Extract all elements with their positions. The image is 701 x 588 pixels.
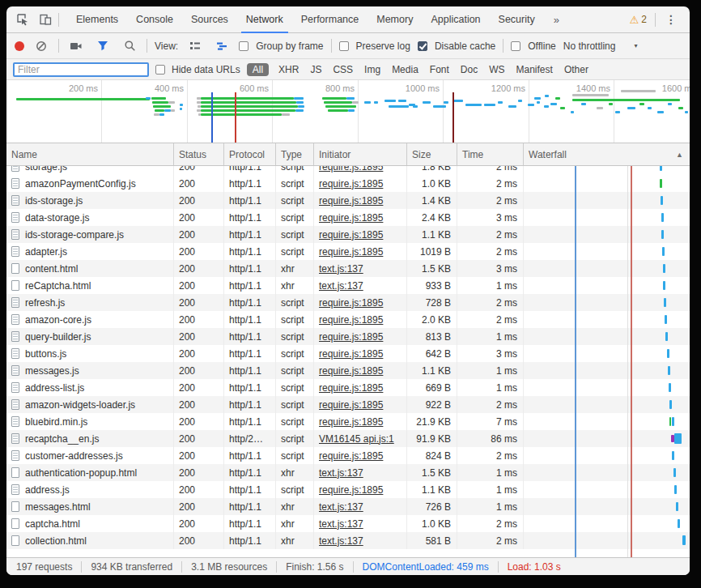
- table-row[interactable]: amazonPaymentConfig.js200http/1.1scriptr…: [6, 175, 690, 192]
- filter-type-doc[interactable]: Doc: [461, 64, 478, 75]
- initiator-link[interactable]: text.js:137: [319, 535, 363, 547]
- table-row[interactable]: content.html200http/1.1xhrtext.js:1371.5…: [6, 260, 690, 277]
- column-header-size[interactable]: Size: [407, 143, 457, 165]
- initiator-link[interactable]: require.js:1895: [319, 178, 383, 190]
- table-row[interactable]: query-builder.js200http/1.1scriptrequire…: [6, 328, 690, 345]
- table-row[interactable]: ids-storage-compare.js200http/1.1scriptr…: [6, 226, 690, 243]
- filter-type-all[interactable]: All: [247, 63, 269, 76]
- chevron-down-icon[interactable]: ▾: [634, 42, 637, 49]
- tab-network[interactable]: Network: [237, 6, 292, 32]
- filter-type-font[interactable]: Font: [430, 64, 449, 75]
- filter-type-css[interactable]: CSS: [333, 64, 353, 75]
- capture-screenshots-icon[interactable]: [66, 37, 86, 55]
- overview-activity-bar: [398, 100, 406, 102]
- cell-name: storage.js: [6, 166, 174, 175]
- table-row[interactable]: bluebird.min.js200http/1.1scriptrequire.…: [6, 413, 690, 430]
- column-header-status[interactable]: Status: [174, 143, 224, 165]
- filter-type-img[interactable]: Img: [364, 64, 380, 75]
- filter-input[interactable]: [13, 62, 149, 77]
- initiator-link[interactable]: require.js:1895: [319, 365, 383, 377]
- offline-checkbox[interactable]: [511, 41, 520, 51]
- show-overview-icon[interactable]: [212, 37, 232, 55]
- table-row[interactable]: adapter.js200http/1.1scriptrequire.js:18…: [6, 243, 690, 260]
- cell-time: 2 ms: [457, 226, 524, 243]
- tab-security[interactable]: Security: [490, 6, 544, 32]
- table-row[interactable]: messages.js200http/1.1scriptrequire.js:1…: [6, 362, 690, 379]
- initiator-link[interactable]: require.js:1895: [319, 246, 383, 258]
- initiator-link[interactable]: require.js:1895: [319, 416, 383, 428]
- search-icon[interactable]: [120, 37, 139, 55]
- initiator-link[interactable]: text.js:137: [319, 467, 363, 479]
- tab-memory[interactable]: Memory: [367, 6, 422, 32]
- disable-cache-checkbox[interactable]: [418, 41, 427, 51]
- initiator-link[interactable]: require.js:1895: [319, 212, 383, 224]
- table-row[interactable]: ids-storage.js200http/1.1scriptrequire.j…: [6, 192, 690, 209]
- table-row[interactable]: address-list.js200http/1.1scriptrequire.…: [6, 379, 690, 396]
- column-header-time[interactable]: Time: [457, 143, 524, 165]
- tab-performance[interactable]: Performance: [292, 6, 368, 32]
- initiator-link[interactable]: require.js:1895: [319, 297, 383, 309]
- initiator-link[interactable]: require.js:1895: [319, 314, 383, 326]
- table-row-partial[interactable]: [6, 549, 690, 557]
- throttling-select[interactable]: No throttling: [563, 40, 616, 52]
- table-row[interactable]: data-storage.js200http/1.1scriptrequire.…: [6, 209, 690, 226]
- filter-type-ws[interactable]: WS: [489, 64, 504, 75]
- tab-application[interactable]: Application: [422, 6, 489, 32]
- initiator-link[interactable]: require.js:1895: [319, 399, 383, 411]
- column-header-waterfall[interactable]: Waterfall▲: [524, 143, 690, 165]
- table-row[interactable]: recaptcha__en.js200http/2…scriptVM16145 …: [6, 430, 690, 447]
- initiator-link[interactable]: require.js:1895: [319, 382, 383, 394]
- column-header-type[interactable]: Type: [276, 143, 314, 165]
- record-network-log-button[interactable]: [15, 41, 24, 51]
- table-row[interactable]: storage.js200http/1.1scriptrequire.js:18…: [6, 166, 690, 175]
- table-row[interactable]: captcha.html200http/1.1xhrtext.js:1371.0…: [6, 515, 690, 532]
- filter-type-xhr[interactable]: XHR: [278, 64, 299, 75]
- initiator-link[interactable]: text.js:137: [319, 518, 363, 530]
- initiator-link[interactable]: require.js:1895: [319, 450, 383, 462]
- initiator-link[interactable]: text.js:137: [319, 501, 363, 513]
- initiator-link[interactable]: text.js:137: [319, 263, 363, 275]
- console-warning-badge[interactable]: ⚠ 2: [625, 14, 652, 26]
- table-row[interactable]: amazon-core.js200http/1.1scriptrequire.j…: [6, 311, 690, 328]
- initiator-link[interactable]: require.js:1895: [319, 484, 383, 496]
- column-header-name[interactable]: Name: [6, 143, 174, 165]
- more-tabs-button[interactable]: »: [547, 14, 566, 26]
- group-by-frame-checkbox[interactable]: [239, 41, 249, 51]
- initiator-link[interactable]: VM16145 api.js:1: [319, 433, 394, 445]
- table-row[interactable]: refresh.js200http/1.1scriptrequire.js:18…: [6, 294, 690, 311]
- tab-console[interactable]: Console: [127, 6, 182, 32]
- table-row[interactable]: collection.html200http/1.1xhrtext.js:137…: [6, 532, 690, 549]
- request-name: ids-storage-compare.js: [25, 229, 124, 241]
- initiator-link[interactable]: require.js:1895: [319, 229, 383, 241]
- filter-type-manifest[interactable]: Manifest: [516, 64, 553, 75]
- table-row[interactable]: amazon-widgets-loader.js200http/1.1scrip…: [6, 396, 690, 413]
- initiator-link[interactable]: require.js:1895: [319, 166, 383, 173]
- filter-type-media[interactable]: Media: [392, 64, 418, 75]
- tab-sources[interactable]: Sources: [182, 6, 237, 32]
- overview-activity-bar: [685, 111, 688, 113]
- initiator-link[interactable]: require.js:1895: [319, 348, 383, 360]
- devtools-menu-button[interactable]: ⋮: [659, 13, 683, 26]
- filter-icon[interactable]: [93, 37, 113, 55]
- table-row[interactable]: address.js200http/1.1scriptrequire.js:18…: [6, 481, 690, 498]
- use-large-rows-icon[interactable]: [185, 37, 205, 55]
- table-row[interactable]: messages.html200http/1.1xhrtext.js:13772…: [6, 498, 690, 515]
- inspect-element-icon[interactable]: [13, 11, 32, 28]
- tab-elements[interactable]: Elements: [67, 6, 127, 32]
- table-row[interactable]: reCaptcha.html200http/1.1xhrtext.js:1379…: [6, 277, 690, 294]
- column-header-protocol[interactable]: Protocol: [224, 143, 276, 165]
- column-header-initiator[interactable]: Initiator: [314, 143, 407, 165]
- hide-data-urls-checkbox[interactable]: [155, 65, 165, 75]
- initiator-link[interactable]: text.js:137: [319, 280, 363, 292]
- table-row[interactable]: buttons.js200http/1.1scriptrequire.js:18…: [6, 345, 690, 362]
- preserve-log-checkbox[interactable]: [339, 41, 349, 51]
- device-toolbar-icon[interactable]: [36, 11, 55, 28]
- table-row[interactable]: customer-addresses.js200http/1.1scriptre…: [6, 447, 690, 464]
- table-row[interactable]: authentication-popup.html200http/1.1xhrt…: [6, 464, 690, 481]
- clear-network-log-button[interactable]: [32, 37, 51, 55]
- initiator-link[interactable]: require.js:1895: [319, 331, 383, 343]
- initiator-link[interactable]: require.js:1895: [319, 195, 383, 207]
- network-overview-strip[interactable]: 200 ms400 ms600 ms800 ms1000 ms1200 ms14…: [6, 80, 690, 143]
- filter-type-js[interactable]: JS: [310, 64, 321, 75]
- filter-type-other[interactable]: Other: [564, 64, 588, 75]
